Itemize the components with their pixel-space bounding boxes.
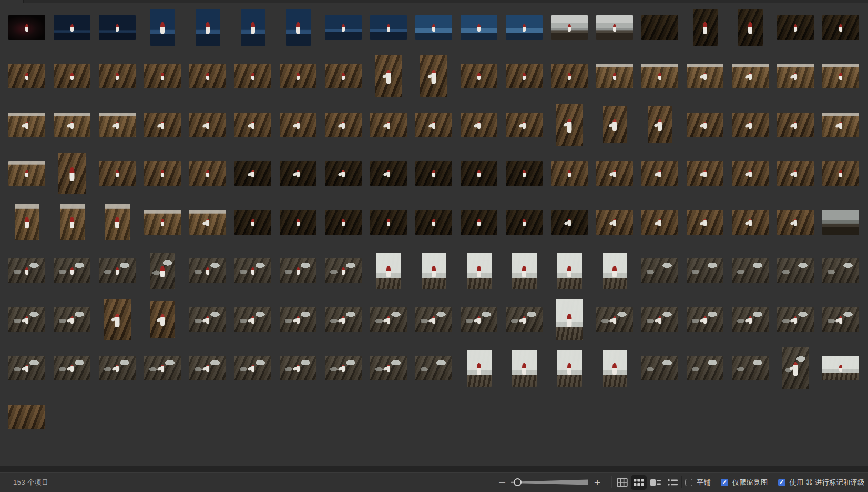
checkbox[interactable]: ✓ [778,479,785,486]
photo-thumbnail[interactable] [8,161,45,186]
photo-thumbnail[interactable] [325,113,362,137]
photo-thumbnail[interactable] [506,307,543,332]
photo-thumbnail[interactable] [822,258,859,283]
photo-thumbnail[interactable] [234,64,271,88]
checkbox[interactable] [685,479,692,486]
photo-thumbnail[interactable] [777,113,814,137]
photo-thumbnail[interactable] [54,64,90,88]
photo-thumbnail[interactable] [189,210,226,235]
photo-thumbnail[interactable] [506,64,543,88]
photo-thumbnail[interactable] [777,307,814,332]
photo-thumbnail[interactable] [370,210,407,235]
photo-thumbnail[interactable] [144,210,181,235]
photo-thumbnail[interactable] [506,161,543,186]
photo-thumbnail[interactable] [189,161,226,186]
photo-thumbnail[interactable] [370,161,407,186]
photo-thumbnail[interactable] [687,210,723,235]
horizontal-scroll-track[interactable] [0,466,868,473]
photo-thumbnail[interactable] [280,113,316,137]
photo-thumbnail[interactable] [551,64,588,88]
photo-thumbnail[interactable] [150,253,175,289]
photo-thumbnail[interactable] [325,210,362,235]
photo-thumbnail[interactable] [58,153,86,194]
photo-thumbnail[interactable] [280,356,316,380]
zoom-in-icon[interactable]: + [594,477,600,488]
photo-thumbnail[interactable] [234,356,271,380]
photo-thumbnail[interactable] [556,299,583,340]
photo-thumbnail[interactable] [687,113,723,137]
photo-thumbnail[interactable] [822,64,859,88]
photo-thumbnail[interactable] [376,253,401,289]
photo-thumbnail[interactable] [687,356,723,380]
photo-thumbnail[interactable] [189,356,226,380]
photo-thumbnail[interactable] [54,356,90,380]
photo-thumbnail[interactable] [234,307,271,332]
thumbnail-size-slider[interactable] [511,478,588,487]
photo-thumbnail[interactable] [189,113,226,137]
photo-thumbnail[interactable] [732,258,769,283]
photo-thumbnail[interactable] [99,64,136,88]
photo-thumbnail[interactable] [551,161,588,186]
slider-knob[interactable] [514,478,522,486]
photo-thumbnail[interactable] [280,161,316,186]
photo-thumbnail[interactable] [461,15,497,40]
photo-thumbnail[interactable] [99,113,136,137]
photo-thumbnail[interactable] [641,210,678,235]
photo-thumbnail[interactable] [506,15,543,40]
photo-thumbnail[interactable] [687,161,723,186]
photo-thumbnail[interactable] [150,301,175,338]
photo-thumbnail[interactable] [603,253,627,289]
photo-thumbnail[interactable] [234,113,271,137]
photo-thumbnail[interactable] [325,64,362,88]
photo-thumbnail[interactable] [280,64,316,88]
photo-thumbnail[interactable] [641,356,678,380]
photo-thumbnail[interactable] [8,15,45,40]
photo-thumbnail[interactable] [641,258,678,283]
photo-thumbnail[interactable] [415,356,452,380]
photo-thumbnail[interactable] [415,161,452,186]
photo-thumbnail[interactable] [822,356,859,380]
photo-thumbnail[interactable] [370,307,407,332]
photo-thumbnail[interactable] [822,161,859,186]
photo-thumbnail[interactable] [144,113,181,137]
photo-thumbnail[interactable] [105,204,130,240]
photo-thumbnail[interactable] [693,9,718,46]
photo-thumbnail[interactable] [370,356,407,380]
photo-thumbnail[interactable] [8,356,45,380]
photo-thumbnail[interactable] [8,113,45,137]
photo-thumbnail[interactable] [596,307,633,332]
photo-thumbnail[interactable] [641,64,678,88]
photo-thumbnail[interactable] [325,161,362,186]
photo-thumbnail[interactable] [461,113,497,137]
photo-thumbnail[interactable] [782,347,809,389]
photo-thumbnail[interactable] [234,161,271,186]
photo-thumbnail[interactable] [596,210,633,235]
photo-thumbnail[interactable] [557,253,582,289]
photo-thumbnail[interactable] [512,253,537,289]
photo-thumbnail[interactable] [461,307,497,332]
photo-thumbnail[interactable] [241,9,265,46]
photo-thumbnail[interactable] [370,15,407,40]
photo-thumbnail[interactable] [99,161,136,186]
photo-thumbnail[interactable] [234,258,271,283]
photo-thumbnail[interactable] [189,307,226,332]
photo-thumbnail[interactable] [556,104,583,146]
photo-thumbnail[interactable] [777,64,814,88]
photo-thumbnail[interactable] [325,15,362,40]
photo-thumbnail[interactable] [822,15,859,40]
photo-thumbnail[interactable] [732,307,769,332]
photo-thumbnail[interactable] [603,350,627,387]
photo-thumbnail[interactable] [325,307,362,332]
thumbnail-grid-view-button[interactable] [631,475,647,490]
photo-thumbnail[interactable] [648,106,672,143]
photo-thumbnail[interactable] [596,161,633,186]
photo-thumbnail[interactable] [506,210,543,235]
photo-thumbnail[interactable] [687,307,723,332]
photo-thumbnail[interactable] [280,307,316,332]
photo-thumbnail[interactable] [777,258,814,283]
photo-thumbnail[interactable] [461,161,497,186]
photo-thumbnail[interactable] [822,210,859,235]
photo-thumbnail[interactable] [415,113,452,137]
photo-thumbnail[interactable] [8,258,45,283]
photo-thumbnail[interactable] [8,64,45,88]
